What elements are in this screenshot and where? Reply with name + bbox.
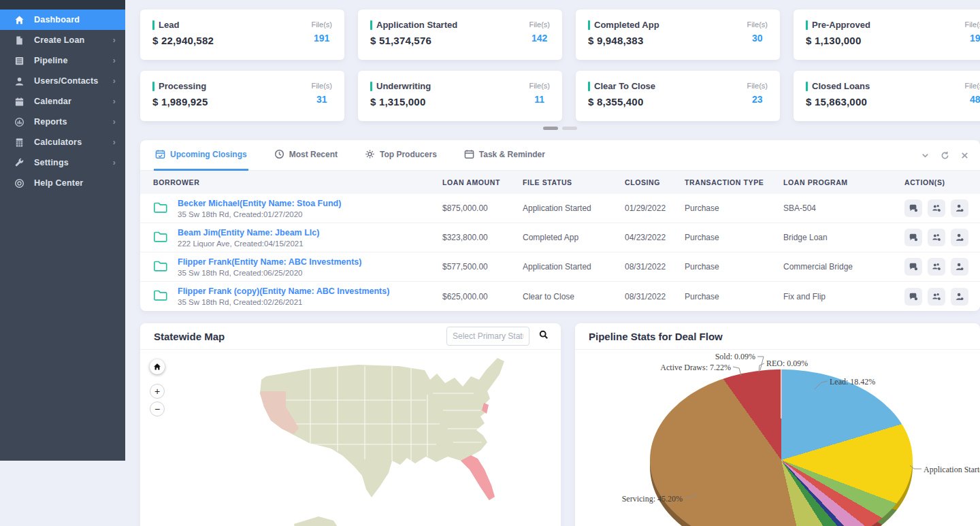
sidebar-item-calculators[interactable]: Calculators › <box>0 132 125 152</box>
card-amount: $ 9,948,383 <box>588 35 659 46</box>
files-count[interactable]: 23 <box>747 94 768 105</box>
files-count[interactable]: 30 <box>747 33 768 44</box>
sidebar-item-settings[interactable]: Settings › <box>0 152 125 173</box>
tab-top-producers[interactable]: Top Producers <box>363 140 438 171</box>
tab-label: Task & Reminder <box>479 150 545 159</box>
main-content: Lead $ 22,940,582 File(s)191 Application… <box>125 0 980 526</box>
users-gear-icon <box>932 262 941 272</box>
files-count[interactable]: 31 <box>311 94 332 105</box>
table-row: Beam Jim(Entity Name: Jbeam Llc) 222 Liq… <box>140 223 980 252</box>
sidebar-item-reports[interactable]: Reports › <box>0 112 125 132</box>
user-settings-button[interactable] <box>951 288 968 306</box>
tab-label: Most Recent <box>289 150 338 159</box>
folder-icon[interactable] <box>153 259 168 275</box>
col-transaction-type: TRANSACTION TYPE <box>685 178 783 186</box>
card-accent-bar <box>588 20 590 30</box>
col-loan-program: LOAN PROGRAM <box>783 178 904 186</box>
stat-card-processing[interactable]: Processing $ 1,989,925 File(s)31 <box>140 71 344 121</box>
team-settings-button[interactable] <box>928 229 945 246</box>
team-settings-button[interactable] <box>928 199 945 217</box>
transaction-type: Purchase <box>685 203 783 213</box>
stat-card-clear-to-close[interactable]: Clear To Close $ 8,355,400 File(s)23 <box>576 71 780 121</box>
pagination-dot[interactable] <box>562 127 577 130</box>
files-count[interactable]: 19 <box>964 33 980 44</box>
stat-card-lead[interactable]: Lead $ 22,940,582 File(s)191 <box>140 10 344 60</box>
stat-card-pre-approved[interactable]: Pre-Approved $ 1,130,000 File(s)19 <box>794 10 980 60</box>
borrower-link[interactable]: Beam Jim(Entity Name: Jbeam Llc) <box>178 228 319 237</box>
chevron-right-icon: › <box>113 159 116 167</box>
pie-label-active-draws: Active Draws: 7.22% <box>660 363 731 373</box>
close-icon[interactable] <box>960 151 969 160</box>
borrower-link[interactable]: Flipper Frank (copy)(Entity Name: ABC In… <box>178 286 389 296</box>
user-gear-icon <box>955 292 964 301</box>
stat-card-application-started[interactable]: Application Started $ 51,374,576 File(s)… <box>358 10 562 60</box>
tab-task-reminder[interactable]: Task & Reminder <box>463 140 546 171</box>
us-map-graphic <box>229 352 558 526</box>
files-count[interactable]: 48 <box>964 94 980 105</box>
tab-bar: Upcoming Closings Most Recent Top Produc… <box>140 140 980 171</box>
card-amount: $ 8,355,400 <box>588 96 655 108</box>
sidebar-item-create-loan[interactable]: Create Loan › <box>0 30 125 50</box>
tab-most-recent[interactable]: Most Recent <box>273 140 339 171</box>
pagination-dot-active[interactable] <box>543 127 558 130</box>
borrower-link[interactable]: Flipper Frank(Entity Name: ABC Investmen… <box>178 257 361 267</box>
pie-label-lead: Lead: 18.42% <box>830 377 875 387</box>
map-home-button[interactable] <box>150 359 165 374</box>
folder-icon[interactable] <box>153 230 168 246</box>
users-gear-icon <box>932 203 941 213</box>
chevron-down-icon[interactable] <box>921 151 930 160</box>
stat-card-closed-loans[interactable]: Closed Loans $ 15,863,000 File(s)48 <box>794 71 980 121</box>
card-amount: $ 1,315,000 <box>370 96 431 108</box>
primary-status-input[interactable] <box>446 327 529 346</box>
files-count[interactable]: 191 <box>311 33 332 44</box>
chevron-right-icon: › <box>113 118 116 126</box>
card-title: Completed App <box>594 20 659 30</box>
user-settings-button[interactable] <box>951 258 968 276</box>
us-map[interactable]: + − <box>140 350 561 526</box>
chat-action-button[interactable] <box>904 199 922 217</box>
refresh-icon[interactable] <box>941 151 949 160</box>
team-settings-button[interactable] <box>928 258 945 276</box>
sidebar-item-dashboard[interactable]: Dashboard <box>0 10 125 30</box>
team-settings-button[interactable] <box>928 288 945 306</box>
chevron-right-icon: › <box>113 97 116 105</box>
tab-label: Upcoming Closings <box>170 150 247 159</box>
sidebar-item-label: Calendar <box>34 97 71 106</box>
map-zoom-out-button[interactable]: − <box>150 401 165 416</box>
state-alaska[interactable] <box>294 516 339 526</box>
folder-icon[interactable] <box>153 289 168 304</box>
chat-action-button[interactable] <box>904 258 922 276</box>
files-count[interactable]: 11 <box>529 94 550 105</box>
user-settings-button[interactable] <box>951 229 968 246</box>
wrench-icon <box>14 157 24 168</box>
files-count[interactable]: 142 <box>529 33 550 44</box>
closing-date: 08/31/2022 <box>625 292 685 301</box>
card-amount: $ 22,940,582 <box>152 35 214 46</box>
sidebar-item-help-center[interactable]: Help Center <box>0 173 125 193</box>
card-accent-bar <box>806 20 808 30</box>
card-title: Clear To Close <box>594 81 655 91</box>
user-settings-button[interactable] <box>951 199 968 217</box>
sidebar-item-pipeline[interactable]: Pipeline › <box>0 50 125 71</box>
stat-card-completed-app[interactable]: Completed App $ 9,948,383 File(s)30 <box>576 10 780 60</box>
borrower-link[interactable]: Becker Michael(Entity Name: Stoa Fund) <box>178 199 341 208</box>
loan-program: Fix and Flip <box>783 292 904 301</box>
search-icon[interactable] <box>539 330 549 342</box>
chat-action-button[interactable] <box>904 229 922 246</box>
tab-upcoming-closings[interactable]: Upcoming Closings <box>154 140 248 171</box>
chat-action-button[interactable] <box>904 288 922 306</box>
sidebar-item-users-contacts[interactable]: Users/Contacts › <box>0 71 125 91</box>
card-accent-bar <box>370 20 372 30</box>
borrower-sub: 35 Sw 18th Rd, Created:01/27/2020 <box>178 210 341 218</box>
col-file-status: FILE STATUS <box>523 178 625 186</box>
sidebar-item-calendar[interactable]: Calendar › <box>0 91 125 112</box>
card-accent-bar <box>152 20 154 30</box>
folder-icon[interactable] <box>153 201 168 216</box>
sidebar-top-strip <box>0 0 125 10</box>
pie-disc[interactable] <box>650 369 913 526</box>
map-zoom-in-button[interactable]: + <box>150 384 165 399</box>
home-icon <box>14 14 24 25</box>
sidebar-item-label: Dashboard <box>34 15 80 24</box>
state-florida[interactable] <box>461 455 495 500</box>
stat-card-underwriting[interactable]: Underwriting $ 1,315,000 File(s)11 <box>358 71 562 121</box>
